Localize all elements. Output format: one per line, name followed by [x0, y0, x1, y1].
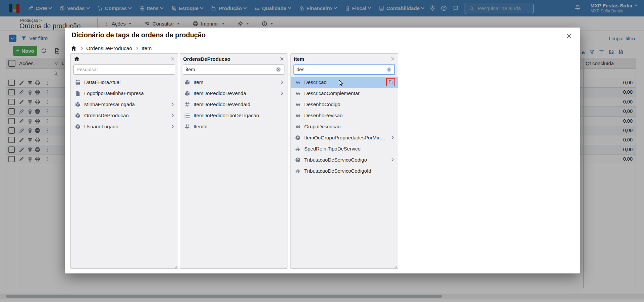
panel-items: DescricaoDescricaoComplementarDesenhoCod… — [291, 77, 398, 268]
tag-item-descricao[interactable]: Descricao — [291, 77, 398, 88]
list-icon — [184, 113, 190, 119]
tag-item-itemougrupopropriedadespormin-[interactable]: ItemOuGrupoPropriedadesPorMin… — [291, 132, 398, 143]
cube-icon — [184, 90, 190, 96]
tag-item-label: ItemOuGrupoPropriedadesPorMin… — [304, 135, 386, 140]
clear-search-icon[interactable] — [386, 67, 392, 73]
tag-item-itemid[interactable]: ItemId — [180, 121, 287, 132]
tag-item-itemdopedidodevendaid[interactable]: ItemDoPedidoDeVendaId — [180, 99, 287, 110]
tag-item-dataehoraatual[interactable]: DataEHoraAtual — [71, 77, 178, 88]
tag-item-label: MinhaEmpresaLogada — [84, 101, 135, 107]
screen: CRMVendasComprasItensEstoqueProduçãoQual… — [0, 0, 644, 302]
panel-title: OrdensDeProducao — [183, 56, 230, 62]
tag-item-label: LogotipoDaMinhaEmpresa — [84, 90, 144, 96]
tag-item-desenhorevisao[interactable]: DesenhoRevisao — [291, 110, 398, 121]
panel-header: Item — [291, 54, 398, 64]
tag-item-label: ItemId — [194, 124, 208, 129]
cube-icon — [295, 135, 301, 141]
panel-title: Item — [294, 56, 304, 62]
resize-grip[interactable] — [174, 264, 177, 268]
breadcrumb-item[interactable]: Item — [142, 45, 152, 51]
home-icon[interactable] — [70, 45, 77, 51]
tag-item-label: Item — [194, 79, 203, 85]
panel-search-input[interactable]: Pesquisar — [73, 64, 175, 75]
tag-item-item[interactable]: Item — [180, 77, 287, 88]
home-icon — [74, 56, 80, 62]
tag-dictionary-modal: Dicionário de tags de ordens de produção… — [65, 28, 580, 273]
hash-icon — [184, 124, 190, 130]
close-panel-icon[interactable] — [280, 57, 284, 61]
cube-icon — [75, 113, 81, 119]
tag-item-minhaempresalogada[interactable]: MinhaEmpresaLogada — [71, 99, 178, 110]
tag-item-label: ItemDoPedidoDeVendaId — [194, 101, 250, 107]
chevron-right-icon — [170, 124, 175, 129]
copy-button[interactable] — [386, 78, 395, 86]
hash-icon — [184, 101, 190, 107]
resize-grip[interactable] — [394, 264, 397, 268]
tag-item-label: DataEHoraAtual — [84, 79, 120, 85]
chevron-right-icon — [170, 113, 175, 118]
close-panel-icon[interactable] — [390, 57, 395, 61]
chevron-right-icon — [390, 135, 395, 140]
tag-item-label: TributacaoDeServicoCodigoId — [304, 168, 371, 174]
tag-item-ordensdeproducao[interactable]: OrdensDeProducao — [71, 110, 178, 121]
panel-search-input[interactable]: item — [183, 64, 284, 75]
divider — [65, 42, 580, 42]
tag-item-itemdopedidotipodeligacao[interactable]: ItemDoPedidoTipoDeLigacao — [180, 110, 287, 121]
chevron-right-icon — [390, 157, 395, 162]
tag-item-grupodescricao[interactable]: GrupoDescricao — [291, 121, 398, 132]
cube-icon — [75, 124, 81, 130]
panel-search-input[interactable]: des — [293, 64, 395, 75]
panel-items: DataEHoraAtualLogotipoDaMinhaEmpresaMinh… — [71, 77, 178, 268]
tag-item-usuariologado[interactable]: UsuarioLogado — [71, 121, 178, 132]
tag-panel-ordensdeproducao: OrdensDeProducaoitemItemItemDoPedidoDeVe… — [180, 53, 287, 269]
close-icon[interactable] — [566, 33, 572, 39]
chevron-right-icon — [136, 47, 138, 49]
copy-icon — [388, 80, 393, 85]
panel-items: ItemItemDoPedidoDeVendaItemDoPedidoDeVen… — [180, 77, 287, 268]
tag-item-label: TributacaoDeServicoCodigo — [304, 157, 367, 163]
tag-item-label: UsuarioLogado — [84, 124, 118, 129]
panel-header: OrdensDeProducao — [180, 54, 287, 64]
tag-item-tributacaodeservicocodigoid[interactable]: TributacaoDeServicoCodigoId — [291, 165, 398, 176]
hash-icon — [295, 146, 301, 152]
tag-item-itemdopedidodevenda[interactable]: ItemDoPedidoDeVenda — [180, 88, 287, 99]
tag-item-label: DesenhoCodigo — [304, 101, 340, 107]
tag-item-descricaocomplementar[interactable]: DescricaoComplementar — [291, 88, 398, 99]
tag-item-spedreinftipodeservico[interactable]: SpedReinfTipoDeServico — [291, 143, 398, 154]
clear-search-icon[interactable] — [275, 67, 281, 73]
modal-title: Dicionário de tags de ordens de produção — [71, 31, 206, 39]
cube-icon — [75, 101, 81, 107]
close-panel-icon[interactable] — [170, 57, 175, 61]
tag-item-label: OrdensDeProducao — [84, 113, 129, 118]
resize-grip[interactable] — [283, 264, 287, 268]
tag-item-label: Descricao — [304, 79, 327, 85]
quote-icon — [295, 90, 301, 96]
quote-icon — [295, 113, 301, 119]
tag-item-desenhocodigo[interactable]: DesenhoCodigo — [291, 99, 398, 110]
tag-panel-home: PesquisarDataEHoraAtualLogotipoDaMinhaEm… — [70, 53, 178, 269]
tag-panels: PesquisarDataEHoraAtualLogotipoDaMinhaEm… — [70, 53, 398, 269]
quote-icon — [295, 101, 301, 107]
chevron-right-icon — [170, 102, 175, 107]
breadcrumb-ordensdeproducao[interactable]: OrdensDeProducao — [86, 45, 132, 51]
panel-search-text: des — [297, 67, 304, 72]
tag-panel-item: ItemdesDescricaoDescricaoComplementarDes… — [290, 53, 398, 269]
tag-item-label: GrupoDescricao — [304, 124, 340, 129]
hash-icon — [295, 168, 301, 174]
tag-item-tributacaodeservicocodigo[interactable]: TributacaoDeServicoCodigo — [291, 154, 398, 165]
panel-search-text: item — [186, 67, 195, 72]
cube-icon — [295, 157, 301, 163]
tag-item-logotipodaminhaempresa[interactable]: LogotipoDaMinhaEmpresa — [71, 88, 178, 99]
chevron-right-icon — [80, 47, 83, 49]
calendar-icon — [75, 79, 81, 85]
tag-item-label: ItemDoPedidoDeVenda — [194, 90, 246, 96]
quote-icon — [295, 124, 301, 130]
modal-breadcrumb: OrdensDeProducao Item — [70, 45, 152, 51]
panel-search-text: Pesquisar — [76, 67, 98, 72]
tag-item-label: ItemDoPedidoTipoDeLigacao — [194, 113, 259, 118]
chevron-right-icon — [279, 91, 284, 96]
file-icon — [75, 90, 81, 96]
cube-icon — [184, 79, 190, 85]
panel-header — [71, 54, 178, 64]
tag-item-label: DescricaoComplementar — [304, 90, 360, 96]
